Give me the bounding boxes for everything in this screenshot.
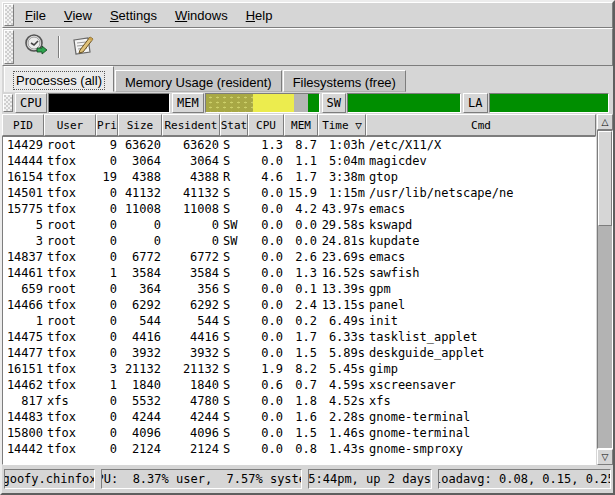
monitor-grip-handle[interactable] xyxy=(3,94,13,112)
table-cell: 16154 xyxy=(3,169,45,185)
process-table-body: 14429root96362063620S1.38.71:03h/etc/X11… xyxy=(2,136,596,465)
uptime-panel: 5:44pm, up 2 days xyxy=(308,469,432,489)
table-row[interactable]: 14444tfox030643064S0.01.15:04mmagicdev xyxy=(3,153,595,169)
column-header-cmd[interactable]: Cmd xyxy=(366,114,596,136)
table-cell: root xyxy=(45,137,97,153)
table-cell: 0 xyxy=(97,409,119,425)
table-row[interactable]: 14837tfox067726772S0.02.623.69semacs xyxy=(3,249,595,265)
table-cell: 14461 xyxy=(3,265,45,281)
table-row[interactable]: 14477tfox039323932S0.01.55.89sdeskguide_… xyxy=(3,345,595,361)
table-cell: 2.6 xyxy=(285,249,319,265)
table-cell: 0 xyxy=(119,217,163,233)
mem-monitor-label[interactable]: MEM xyxy=(172,93,204,113)
clock-run-button[interactable] xyxy=(18,32,52,62)
table-cell: 2124 xyxy=(163,441,221,457)
table-cell: 0 xyxy=(97,393,119,409)
table-row[interactable]: 817xfs055324780S0.01.84.52sxfs xyxy=(3,393,595,409)
table-row[interactable]: 14483tfox042444244S0.01.62.28sgnome-term… xyxy=(3,409,595,425)
table-row[interactable]: 14466tfox062926292S0.02.413.15spanel xyxy=(3,297,595,313)
table-row[interactable]: 16151tfox32113221132S1.98.25.45sgimp xyxy=(3,361,595,377)
column-header-pri[interactable]: Pri xyxy=(96,114,118,136)
scroll-up-button[interactable]: △ xyxy=(597,114,613,130)
table-cell: gimp xyxy=(367,361,595,377)
cpu-monitor-label[interactable]: CPU xyxy=(15,93,47,113)
table-cell: 1.9 xyxy=(249,361,285,377)
column-header-size[interactable]: Size xyxy=(118,114,162,136)
table-row[interactable]: 14442tfox021242124S0.00.81.43sgnome-smpr… xyxy=(3,441,595,457)
tab-memory-usage[interactable]: Memory Usage (resident) xyxy=(115,70,282,92)
monitor-segment xyxy=(49,94,169,112)
scrollbar-track[interactable] xyxy=(597,130,613,449)
table-row[interactable]: 3root000SW0.00.024.81skupdate xyxy=(3,233,595,249)
table-cell: 5:04m xyxy=(319,153,367,169)
swap-monitor-label[interactable]: SW xyxy=(322,93,346,113)
table-cell: 0 xyxy=(97,313,119,329)
menu-file[interactable]: File xyxy=(16,5,55,26)
table-cell: 0 xyxy=(97,185,119,201)
table-cell: S xyxy=(221,329,249,345)
table-cell: tfox xyxy=(45,153,97,169)
table-cell: 0.0 xyxy=(249,265,285,281)
table-cell: 41132 xyxy=(163,185,221,201)
table-row[interactable]: 1root0544544S0.00.26.49sinit xyxy=(3,313,595,329)
column-header-cpu[interactable]: CPU xyxy=(248,114,284,136)
table-row[interactable]: 16154tfox1943884388R4.61.73:38mgtop xyxy=(3,169,595,185)
table-row[interactable]: 15800tfox040964096S0.01.51.46sgnome-term… xyxy=(3,425,595,441)
table-cell: 0.6 xyxy=(249,377,285,393)
column-header-time[interactable]: Time ▽ xyxy=(318,114,366,136)
table-cell: 1 xyxy=(3,313,45,329)
clock-run-icon xyxy=(22,32,48,62)
table-cell: 5 xyxy=(3,217,45,233)
tab-filesystems[interactable]: Filesystems (free) xyxy=(283,70,406,92)
table-cell: root xyxy=(45,233,97,249)
table-cell: 0 xyxy=(163,217,221,233)
table-cell: 43.97s xyxy=(319,201,367,217)
table-cell: 15775 xyxy=(3,201,45,217)
cpu-usage-panel: CPU: 8.37% user, 7.57% system xyxy=(101,469,302,489)
table-row[interactable]: 659root0364356S0.00.113.39sgpm xyxy=(3,281,595,297)
note-edit-button[interactable] xyxy=(66,32,100,62)
table-row[interactable]: 14475tfox044164416S0.01.76.33stasklist_a… xyxy=(3,329,595,345)
column-header-pid[interactable]: PID xyxy=(2,114,44,136)
table-cell: 3932 xyxy=(119,345,163,361)
table-cell: 3 xyxy=(3,233,45,249)
table-cell: 0.7 xyxy=(285,377,319,393)
cpu-monitor-bar xyxy=(48,93,170,113)
table-cell: 1 xyxy=(97,377,119,393)
menu-view[interactable]: View xyxy=(55,5,101,26)
menu-settings[interactable]: Settings xyxy=(101,5,166,26)
hostname-panel: goofy.chinfox xyxy=(4,469,95,489)
menu-windows[interactable]: Windows xyxy=(166,5,237,26)
table-row[interactable]: 15775tfox01100811008S0.04.243.97semacs xyxy=(3,201,595,217)
table-cell: 3584 xyxy=(163,265,221,281)
column-header-mem[interactable]: MEM xyxy=(284,114,318,136)
gtop-window: File View Settings Windows Help xyxy=(0,0,615,495)
table-cell: 1.7 xyxy=(285,169,319,185)
menu-help[interactable]: Help xyxy=(237,5,282,26)
table-row[interactable]: 14501tfox04113241132S0.015.91:15m/usr/li… xyxy=(3,185,595,201)
mem-monitor-bar xyxy=(205,93,320,113)
table-cell: 19 xyxy=(97,169,119,185)
table-cell: 29.58s xyxy=(319,217,367,233)
scrollbar-thumb[interactable] xyxy=(598,131,612,226)
table-cell: 24.81s xyxy=(319,233,367,249)
table-cell: /usr/lib/netscape/ne xyxy=(367,185,595,201)
table-row[interactable]: 5root000SW0.00.029.58skswapd xyxy=(3,217,595,233)
table-row[interactable]: 14429root96362063620S1.38.71:03h/etc/X11… xyxy=(3,137,595,153)
scroll-down-button[interactable]: ▽ xyxy=(597,449,613,465)
column-header-resident[interactable]: Resident xyxy=(162,114,220,136)
table-cell: kswapd xyxy=(367,217,595,233)
menubar-grip-handle[interactable] xyxy=(4,4,14,26)
tab-processes[interactable]: Processes (all) xyxy=(4,66,114,92)
column-header-user[interactable]: User xyxy=(44,114,96,136)
toolbar-grip-handle[interactable] xyxy=(4,30,14,64)
loadavg-monitor-bar xyxy=(489,93,609,113)
table-cell: tfox xyxy=(45,361,97,377)
table-row[interactable]: 14461tfox135843584S0.01.316.52ssawfish xyxy=(3,265,595,281)
statusbar: goofy.chinfox CPU: 8.37% user, 7.57% sys… xyxy=(2,465,613,493)
column-header-stat[interactable]: Stat xyxy=(220,114,248,136)
loadavg-monitor-label[interactable]: LA xyxy=(463,93,487,113)
table-cell: 11008 xyxy=(163,201,221,217)
table-cell: S xyxy=(221,297,249,313)
table-row[interactable]: 14462tfox118401840S0.60.74.59sxscreensav… xyxy=(3,377,595,393)
